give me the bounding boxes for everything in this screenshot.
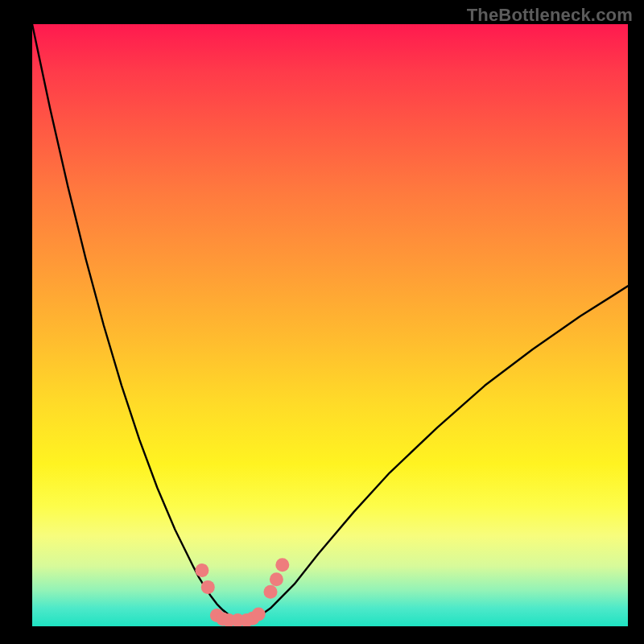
curve-path [32,24,628,621]
data-marker [275,558,289,572]
chart-frame: TheBottleneck.com [0,0,644,644]
bottleneck-curve [32,24,628,621]
chart-svg [32,24,628,626]
data-marker [264,585,278,599]
data-marker [270,572,283,586]
data-marker [201,580,215,594]
marker-group [195,558,289,626]
plot-area [32,24,628,626]
data-marker [252,608,266,621]
watermark-text: TheBottleneck.com [467,5,633,26]
data-marker [195,564,208,577]
